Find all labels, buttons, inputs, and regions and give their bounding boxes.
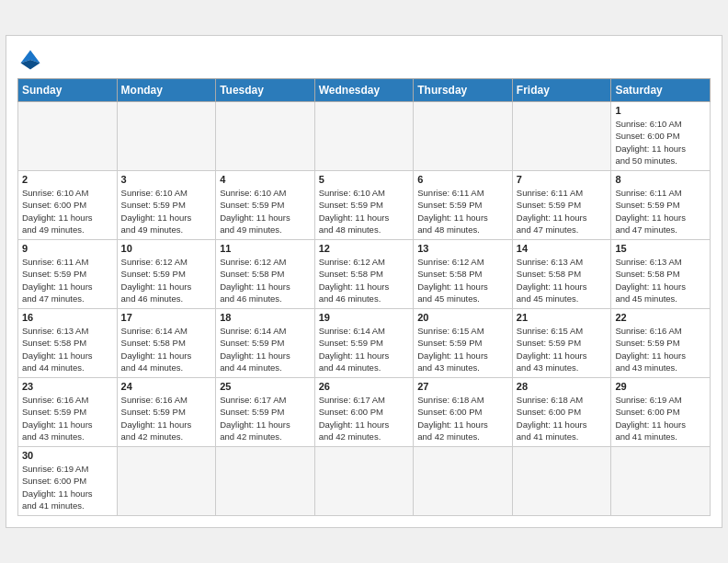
calendar-cell: 25Sunrise: 6:17 AM Sunset: 5:59 PM Dayli…	[216, 378, 315, 447]
cell-date-number: 10	[121, 243, 212, 254]
cell-date-number: 11	[220, 243, 311, 254]
cell-sun-info: Sunrise: 6:12 AM Sunset: 5:58 PM Dayligh…	[319, 256, 410, 304]
calendar-cell: 17Sunrise: 6:14 AM Sunset: 5:58 PM Dayli…	[117, 309, 216, 378]
calendar-week-row: 30Sunrise: 6:19 AM Sunset: 6:00 PM Dayli…	[18, 447, 711, 516]
cell-sun-info: Sunrise: 6:10 AM Sunset: 5:59 PM Dayligh…	[121, 187, 212, 236]
calendar-cell: 9Sunrise: 6:11 AM Sunset: 5:59 PM Daylig…	[18, 240, 118, 309]
calendar-cell: 2Sunrise: 6:10 AM Sunset: 6:00 PM Daylig…	[18, 171, 118, 240]
cell-date-number: 24	[121, 381, 212, 392]
cell-sun-info: Sunrise: 6:15 AM Sunset: 5:59 PM Dayligh…	[417, 325, 508, 373]
cell-date-number: 21	[517, 312, 608, 323]
calendar-cell	[117, 447, 216, 516]
calendar-cell: 1Sunrise: 6:10 AM Sunset: 6:00 PM Daylig…	[611, 102, 711, 171]
cell-date-number: 4	[220, 174, 311, 185]
cell-date-number: 7	[517, 174, 608, 185]
calendar-cell: 13Sunrise: 6:12 AM Sunset: 5:58 PM Dayli…	[414, 240, 513, 309]
calendar-cell: 12Sunrise: 6:12 AM Sunset: 5:58 PM Dayli…	[314, 240, 414, 309]
weekday-sunday: Sunday	[18, 79, 118, 102]
cell-sun-info: Sunrise: 6:11 AM Sunset: 5:59 PM Dayligh…	[22, 256, 113, 304]
cell-sun-info: Sunrise: 6:10 AM Sunset: 5:59 PM Dayligh…	[319, 187, 410, 236]
calendar-cell: 29Sunrise: 6:19 AM Sunset: 6:00 PM Dayli…	[611, 378, 711, 447]
cell-sun-info: Sunrise: 6:12 AM Sunset: 5:59 PM Dayligh…	[121, 256, 212, 304]
cell-date-number: 20	[417, 312, 508, 323]
calendar-cell	[611, 447, 711, 516]
cell-date-number: 15	[615, 243, 706, 254]
cell-date-number: 1	[615, 105, 706, 116]
cell-sun-info: Sunrise: 6:16 AM Sunset: 5:59 PM Dayligh…	[22, 394, 113, 442]
cell-sun-info: Sunrise: 6:12 AM Sunset: 5:58 PM Dayligh…	[417, 256, 508, 304]
logo	[17, 47, 47, 73]
cell-date-number: 22	[615, 312, 706, 323]
cell-date-number: 14	[517, 243, 608, 254]
cell-sun-info: Sunrise: 6:16 AM Sunset: 5:59 PM Dayligh…	[121, 394, 212, 442]
calendar-week-row: 9Sunrise: 6:11 AM Sunset: 5:59 PM Daylig…	[18, 240, 711, 309]
calendar-cell: 22Sunrise: 6:16 AM Sunset: 5:59 PM Dayli…	[611, 309, 711, 378]
calendar-cell	[216, 102, 315, 171]
calendar-cell: 11Sunrise: 6:12 AM Sunset: 5:58 PM Dayli…	[216, 240, 315, 309]
calendar-week-row: 16Sunrise: 6:13 AM Sunset: 5:58 PM Dayli…	[18, 309, 711, 378]
cell-sun-info: Sunrise: 6:12 AM Sunset: 5:58 PM Dayligh…	[220, 256, 311, 304]
calendar-cell	[414, 102, 513, 171]
cell-sun-info: Sunrise: 6:13 AM Sunset: 5:58 PM Dayligh…	[615, 256, 706, 304]
calendar-cell: 18Sunrise: 6:14 AM Sunset: 5:59 PM Dayli…	[216, 309, 315, 378]
weekday-friday: Friday	[512, 79, 611, 102]
calendar-cell: 28Sunrise: 6:18 AM Sunset: 6:00 PM Dayli…	[512, 378, 611, 447]
calendar-cell: 7Sunrise: 6:11 AM Sunset: 5:59 PM Daylig…	[512, 171, 611, 240]
calendar-week-row: 23Sunrise: 6:16 AM Sunset: 5:59 PM Dayli…	[18, 378, 711, 447]
weekday-tuesday: Tuesday	[216, 79, 315, 102]
cell-date-number: 6	[417, 174, 508, 185]
cell-date-number: 29	[615, 381, 706, 392]
weekday-monday: Monday	[117, 79, 216, 102]
calendar-cell: 20Sunrise: 6:15 AM Sunset: 5:59 PM Dayli…	[414, 309, 513, 378]
calendar-body: 1Sunrise: 6:10 AM Sunset: 6:00 PM Daylig…	[18, 102, 711, 516]
calendar-cell	[314, 102, 414, 171]
cell-date-number: 8	[615, 174, 706, 185]
cell-date-number: 18	[220, 312, 311, 323]
cell-sun-info: Sunrise: 6:11 AM Sunset: 5:59 PM Dayligh…	[615, 187, 706, 236]
calendar-cell: 27Sunrise: 6:18 AM Sunset: 6:00 PM Dayli…	[414, 378, 513, 447]
cell-date-number: 3	[121, 174, 212, 185]
cell-date-number: 13	[417, 243, 508, 254]
cell-sun-info: Sunrise: 6:18 AM Sunset: 6:00 PM Dayligh…	[517, 394, 608, 442]
cell-sun-info: Sunrise: 6:10 AM Sunset: 6:00 PM Dayligh…	[615, 118, 706, 167]
calendar-cell: 8Sunrise: 6:11 AM Sunset: 5:59 PM Daylig…	[611, 171, 711, 240]
cell-sun-info: Sunrise: 6:13 AM Sunset: 5:58 PM Dayligh…	[22, 325, 113, 373]
calendar-cell: 6Sunrise: 6:11 AM Sunset: 5:59 PM Daylig…	[414, 171, 513, 240]
calendar-container: SundayMondayTuesdayWednesdayThursdayFrid…	[6, 35, 722, 528]
cell-date-number: 23	[22, 381, 113, 392]
calendar-cell: 23Sunrise: 6:16 AM Sunset: 5:59 PM Dayli…	[18, 378, 118, 447]
cell-sun-info: Sunrise: 6:18 AM Sunset: 6:00 PM Dayligh…	[417, 394, 508, 442]
cell-date-number: 19	[319, 312, 410, 323]
cell-sun-info: Sunrise: 6:15 AM Sunset: 5:59 PM Dayligh…	[517, 325, 608, 373]
cell-sun-info: Sunrise: 6:14 AM Sunset: 5:58 PM Dayligh…	[121, 325, 212, 373]
calendar-cell: 14Sunrise: 6:13 AM Sunset: 5:58 PM Dayli…	[512, 240, 611, 309]
cell-date-number: 30	[22, 450, 113, 461]
cell-sun-info: Sunrise: 6:14 AM Sunset: 5:59 PM Dayligh…	[220, 325, 311, 373]
cell-date-number: 5	[319, 174, 410, 185]
cell-sun-info: Sunrise: 6:19 AM Sunset: 6:00 PM Dayligh…	[615, 394, 706, 442]
cell-sun-info: Sunrise: 6:16 AM Sunset: 5:59 PM Dayligh…	[615, 325, 706, 373]
calendar-cell	[512, 102, 611, 171]
cell-sun-info: Sunrise: 6:11 AM Sunset: 5:59 PM Dayligh…	[517, 187, 608, 236]
calendar-header-row: SundayMondayTuesdayWednesdayThursdayFrid…	[18, 79, 711, 102]
cell-sun-info: Sunrise: 6:19 AM Sunset: 6:00 PM Dayligh…	[22, 463, 113, 511]
cell-date-number: 28	[517, 381, 608, 392]
cell-sun-info: Sunrise: 6:11 AM Sunset: 5:59 PM Dayligh…	[417, 187, 508, 236]
calendar-cell: 3Sunrise: 6:10 AM Sunset: 5:59 PM Daylig…	[117, 171, 216, 240]
calendar-cell: 15Sunrise: 6:13 AM Sunset: 5:58 PM Dayli…	[611, 240, 711, 309]
cell-date-number: 2	[22, 174, 113, 185]
weekday-header-row: SundayMondayTuesdayWednesdayThursdayFrid…	[18, 79, 711, 102]
cell-date-number: 9	[22, 243, 113, 254]
calendar-cell: 4Sunrise: 6:10 AM Sunset: 5:59 PM Daylig…	[216, 171, 315, 240]
cell-sun-info: Sunrise: 6:10 AM Sunset: 6:00 PM Dayligh…	[22, 187, 113, 236]
weekday-saturday: Saturday	[611, 79, 711, 102]
calendar-cell	[512, 447, 611, 516]
calendar-cell	[414, 447, 513, 516]
calendar-cell: 19Sunrise: 6:14 AM Sunset: 5:59 PM Dayli…	[314, 309, 414, 378]
calendar-cell	[18, 102, 118, 171]
calendar-cell: 5Sunrise: 6:10 AM Sunset: 5:59 PM Daylig…	[314, 171, 414, 240]
calendar-cell: 30Sunrise: 6:19 AM Sunset: 6:00 PM Dayli…	[18, 447, 118, 516]
calendar-cell: 10Sunrise: 6:12 AM Sunset: 5:59 PM Dayli…	[117, 240, 216, 309]
cell-sun-info: Sunrise: 6:17 AM Sunset: 6:00 PM Dayligh…	[319, 394, 410, 442]
calendar-week-row: 2Sunrise: 6:10 AM Sunset: 6:00 PM Daylig…	[18, 171, 711, 240]
